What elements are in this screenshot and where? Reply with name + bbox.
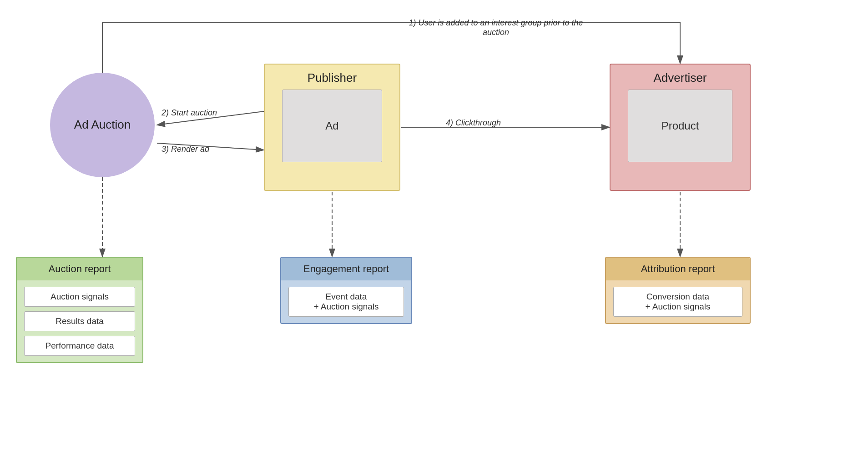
attribution-report-item-0: Conversion data + Auction signals xyxy=(613,287,742,317)
annotation-render-ad: 3) Render ad xyxy=(161,145,209,154)
auction-report-item-2: Performance data xyxy=(24,336,135,356)
annotation-user-added: 1) User is added to an interest group pr… xyxy=(405,18,587,37)
publisher-inner-label: Ad xyxy=(325,120,338,132)
attribution-report-body: Conversion data + Auction signals xyxy=(606,280,750,323)
advertiser-box: Advertiser Product xyxy=(610,64,751,191)
publisher-inner-box: Ad xyxy=(282,90,382,162)
annotation-clickthrough: 4) Clickthrough xyxy=(446,118,501,128)
advertiser-inner-label: Product xyxy=(661,120,699,132)
attribution-report-header: Attribution report xyxy=(606,258,750,280)
engagement-report-item-0: Event data + Auction signals xyxy=(288,287,404,317)
attribution-report-box: Attribution report Conversion data + Auc… xyxy=(605,257,751,324)
publisher-box: Publisher Ad xyxy=(264,64,400,191)
auction-report-box: Auction report Auction signals Results d… xyxy=(16,257,143,363)
advertiser-inner-box: Product xyxy=(628,90,732,162)
ad-auction-circle: Ad Auction xyxy=(50,73,155,177)
diagram-container: Ad Auction 2) Start auction 3) Render ad… xyxy=(0,0,868,449)
auction-report-item-1: Results data xyxy=(24,311,135,331)
auction-report-item-0: Auction signals xyxy=(24,287,135,307)
engagement-report-body: Event data + Auction signals xyxy=(281,280,411,323)
auction-report-body: Auction signals Results data Performance… xyxy=(17,280,142,362)
annotation-start-auction: 2) Start auction xyxy=(161,108,217,118)
auction-report-header: Auction report xyxy=(17,258,142,280)
engagement-report-header: Engagement report xyxy=(281,258,411,280)
advertiser-title: Advertiser xyxy=(653,65,707,90)
engagement-report-box: Engagement report Event data + Auction s… xyxy=(280,257,412,324)
publisher-title: Publisher xyxy=(308,65,357,90)
ad-auction-label: Ad Auction xyxy=(74,117,131,133)
